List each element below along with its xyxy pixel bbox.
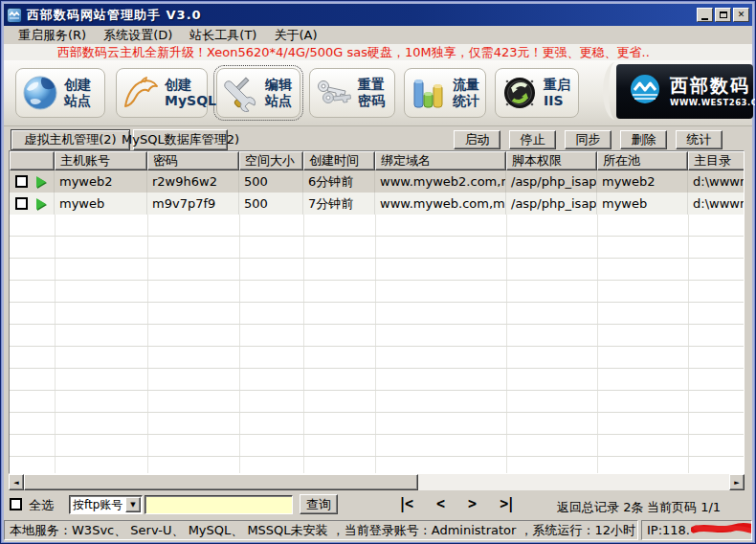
start-button[interactable]: 启动: [454, 130, 500, 149]
menu-webmaster-tools[interactable]: 站长工具(T): [181, 26, 265, 45]
scroll-right-button[interactable]: ►: [729, 474, 745, 490]
menu-restart-services[interactable]: 重启服务(R): [10, 26, 95, 45]
stats-button[interactable]: 统计: [676, 130, 723, 149]
status-services: 本地服务：W3Svc、 Serv-U、 MySQL、 MSSQL未安装 ，当前登…: [4, 520, 638, 540]
minimize-icon: [701, 18, 708, 20]
delete-button[interactable]: 删除: [620, 130, 667, 149]
logo-text-block: 西部数码 WWW.WEST263.COM: [670, 77, 756, 107]
prev-page-button[interactable]: <: [436, 495, 443, 512]
app-logo-icon: [7, 8, 22, 23]
bar-chart-icon: [410, 74, 448, 112]
mysql-dolphin-icon: [122, 74, 160, 112]
total-records-label: 返回总记录 2条: [557, 499, 643, 516]
traffic-stats-button[interactable]: 流量统计: [404, 68, 486, 118]
title-bar[interactable]: 西部数码网站管理助手 V3.0 ✕: [4, 4, 752, 26]
table-row[interactable]: myweb m9v7p7f9 500 7分钟前 www.myweb.com,my…: [10, 193, 744, 215]
toolbar: 创建站点 创建MySQL 编辑: [4, 60, 752, 126]
cell-size: 500: [239, 170, 303, 193]
brand-logo[interactable]: 西部数码 WWW.WEST263.COM: [616, 64, 753, 119]
header-select-col[interactable]: [10, 151, 55, 170]
scroll-right-icon: ►: [734, 479, 739, 487]
first-page-button[interactable]: |<: [398, 495, 411, 512]
cell-created: 7分钟前: [303, 193, 375, 215]
table-row[interactable]: myweb2 r2w9h6w2 500 6分钟前 www.myweb2.com,…: [10, 170, 744, 193]
restart-icon: [500, 74, 539, 112]
tab-virtual-host-manage[interactable]: 虚拟主机管理(2): [11, 129, 130, 150]
reset-password-button[interactable]: 重置密码: [309, 68, 395, 118]
menu-about[interactable]: 关于(A): [265, 26, 325, 45]
scrollbar-track[interactable]: [418, 474, 729, 490]
globe-icon: [21, 74, 59, 112]
pagination: |< < > >|: [398, 495, 513, 512]
ip-prefix: IP:118.: [647, 523, 690, 537]
filter-type-value: 按ftp账号: [70, 497, 125, 513]
select-all-checkbox[interactable]: [10, 498, 22, 510]
tools-icon: [222, 74, 260, 112]
header-bound-domains[interactable]: 绑定域名: [375, 151, 506, 170]
close-icon: ✕: [738, 11, 745, 19]
row-running-icon: [36, 198, 46, 210]
edit-site-label: 编辑站点: [265, 77, 292, 110]
query-button[interactable]: 查询: [300, 494, 338, 514]
next-page-button[interactable]: >: [468, 495, 475, 512]
row-checkbox[interactable]: [15, 197, 28, 210]
cell-account: myweb2: [55, 170, 147, 193]
filter-keyword-input[interactable]: [145, 495, 293, 514]
filter-type-dropdown[interactable]: 按ftp账号 ▼: [69, 495, 143, 514]
minimize-button[interactable]: [697, 8, 713, 22]
cell-script: /asp/php_isapi/: [506, 170, 597, 193]
traffic-stats-label: 流量统计: [453, 77, 479, 110]
status-bar: 本地服务：W3Svc、 Serv-U、 MySQL、 MSSQL未安装 ，当前登…: [4, 519, 752, 542]
last-page-button[interactable]: >|: [500, 495, 513, 512]
restart-iis-button[interactable]: 重启IIS: [495, 68, 579, 118]
bottom-controls: 全选 按ftp账号 ▼ 查询 |< < > >| 返回总记录 2条 当前页码 1…: [4, 493, 752, 519]
west-logo-icon: [626, 71, 664, 113]
tab-mysql-db-manage[interactable]: MySQL数据库管理2): [133, 129, 228, 150]
cell-script: /asp/php_isapi/: [506, 193, 597, 215]
cell-password: m9v7p7f9: [147, 193, 239, 215]
header-host-account[interactable]: 主机账号: [55, 151, 147, 170]
create-mysql-button[interactable]: 创建MySQL: [116, 68, 208, 118]
maximize-icon: [720, 11, 727, 18]
menu-system-settings[interactable]: 系统设置(D): [95, 26, 181, 45]
current-page-label: 当前页码 1/1: [647, 499, 721, 516]
create-site-button[interactable]: 创建站点: [15, 68, 105, 118]
header-space-size[interactable]: 空间大小: [239, 151, 303, 170]
header-password[interactable]: 密码: [147, 151, 239, 170]
edit-site-button[interactable]: 编辑站点: [216, 68, 300, 118]
select-all-label: 全选: [29, 497, 54, 514]
cell-created: 6分钟前: [303, 170, 375, 193]
chevron-down-icon: ▼: [130, 501, 135, 509]
logo-brand: 西部数码: [670, 77, 756, 95]
app-window: 西部数码网站管理助手 V3.0 ✕ 重启服务(R) 系统设置(D) 站长工具(T…: [0, 0, 756, 544]
horizontal-scrollbar[interactable]: ◄ ►: [9, 474, 745, 490]
close-button[interactable]: ✕: [733, 8, 749, 22]
row-running-icon: [36, 176, 46, 188]
scroll-left-icon: ◄: [13, 479, 18, 487]
cell-domains: www.myweb2.com,my...: [375, 170, 506, 193]
ip-redaction-scribble: [691, 522, 752, 538]
sync-button[interactable]: 同步: [565, 130, 611, 149]
cell-size: 500: [239, 193, 303, 215]
restart-iis-label: 重启IIS: [544, 77, 570, 110]
menu-bar: 重启服务(R) 系统设置(D) 站长工具(T) 关于(A): [4, 26, 752, 44]
create-site-label: 创建站点: [64, 77, 91, 110]
ad-text[interactable]: 西部数码云主机全新升级！Xeon5620*4/4G/500G sas硬盘，10M…: [4, 44, 650, 61]
scrollbar-thumb[interactable]: [24, 474, 418, 490]
scroll-left-button[interactable]: ◄: [9, 474, 24, 490]
create-mysql-label: 创建MySQL: [165, 77, 216, 110]
maximize-button[interactable]: [715, 8, 731, 22]
cell-home: d:\wwwroo: [688, 193, 745, 215]
logo-crescent-shape: [603, 62, 628, 120]
header-pool[interactable]: 所在池: [597, 151, 688, 170]
header-script-perms[interactable]: 脚本权限: [506, 151, 597, 170]
header-created-time[interactable]: 创建时间: [303, 151, 375, 170]
dropdown-button[interactable]: ▼: [125, 497, 141, 512]
cell-pool: myweb: [597, 193, 688, 215]
cell-account: myweb: [55, 193, 147, 215]
cell-domains: www.myweb.com,myw...: [375, 193, 506, 215]
row-checkbox[interactable]: [15, 175, 28, 188]
cell-password: r2w9h6w2: [147, 170, 239, 193]
stop-button[interactable]: 停止: [509, 130, 556, 149]
header-home-dir[interactable]: 主目录: [688, 151, 745, 170]
